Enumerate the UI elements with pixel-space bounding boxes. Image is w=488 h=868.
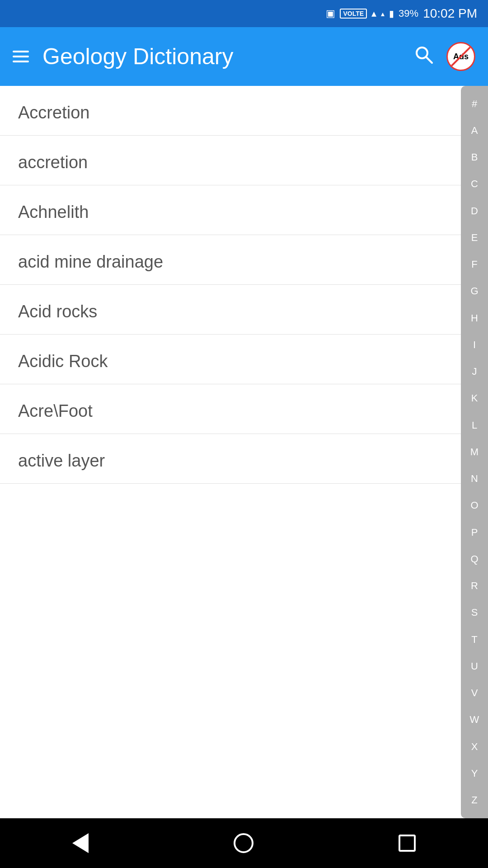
menu-line-3 — [13, 61, 29, 62]
list-item[interactable]: Acidic Rock — [0, 335, 461, 384]
alpha-letter-r[interactable]: R — [471, 581, 478, 591]
list-item[interactable]: Accretion — [0, 86, 461, 136]
list-item-text: accretion — [18, 153, 88, 172]
app-title: Geology Dictionary — [42, 43, 400, 70]
alpha-letter-#[interactable]: # — [472, 99, 477, 109]
alpha-letter-x[interactable]: X — [471, 742, 478, 752]
list-item-text: Achnelith — [18, 203, 89, 222]
menu-line-2 — [13, 56, 29, 57]
alpha-letter-b[interactable]: B — [471, 152, 478, 162]
alpha-letter-z[interactable]: Z — [471, 795, 477, 805]
list-item[interactable]: active layer — [0, 434, 461, 484]
alpha-letter-a[interactable]: A — [471, 126, 478, 136]
list-item-text: Acid rocks — [18, 302, 97, 321]
alpha-letter-l[interactable]: L — [472, 420, 477, 430]
alpha-letter-t[interactable]: T — [471, 635, 477, 645]
ads-block-icon[interactable]: Ads — [446, 42, 475, 71]
list-item-text: Accretion — [18, 103, 89, 122]
recent-button[interactable] — [399, 835, 416, 852]
alpha-letter-k[interactable]: K — [471, 393, 478, 403]
status-bar: ▣ VOLTE ▴ ▴ ▮ 39% 10:02 PM — [0, 0, 488, 27]
svg-line-1 — [426, 57, 432, 63]
status-icons: ▣ VOLTE ▴ ▴ ▮ 39% 10:02 PM — [326, 6, 477, 21]
alpha-letter-h[interactable]: H — [471, 313, 478, 323]
ads-cross-line — [449, 44, 473, 69]
back-icon — [72, 833, 89, 853]
alpha-letter-i[interactable]: I — [473, 340, 476, 350]
signal-icon-2: ▴ — [381, 9, 385, 18]
alphabet-scroll[interactable]: #ABCDEFGHIJKLMNOPQRSTUVWXYZ — [461, 86, 488, 818]
alpha-letter-c[interactable]: C — [471, 179, 478, 189]
alpha-letter-d[interactable]: D — [471, 206, 478, 216]
phone-icon: ▣ — [326, 8, 335, 19]
menu-line-1 — [13, 51, 29, 52]
signal-icon-1: ▴ — [371, 8, 376, 19]
alpha-letter-o[interactable]: O — [470, 500, 478, 510]
content-area: AccretionaccretionAchnelithacid mine dra… — [0, 86, 488, 818]
recent-icon — [399, 835, 416, 852]
alpha-letter-g[interactable]: G — [470, 286, 478, 296]
alpha-letter-j[interactable]: J — [472, 367, 477, 377]
alpha-letter-q[interactable]: Q — [470, 554, 478, 564]
status-time: 10:02 PM — [423, 6, 477, 21]
alpha-letter-e[interactable]: E — [471, 233, 478, 243]
list-item[interactable]: Achnelith — [0, 185, 461, 235]
dictionary-list: AccretionaccretionAchnelithacid mine dra… — [0, 86, 461, 818]
home-button[interactable] — [234, 833, 253, 853]
alpha-letter-u[interactable]: U — [471, 661, 478, 671]
list-item[interactable]: Acid rocks — [0, 285, 461, 335]
back-button[interactable] — [72, 833, 89, 853]
bottom-nav — [0, 818, 488, 868]
list-item-text: active layer — [18, 451, 105, 470]
battery-percent: 39% — [399, 8, 418, 19]
alpha-letter-s[interactable]: S — [471, 608, 478, 618]
list-item[interactable]: acid mine drainage — [0, 235, 461, 285]
alpha-letter-m[interactable]: M — [470, 447, 479, 457]
menu-button[interactable] — [13, 51, 29, 62]
battery-icon: ▮ — [389, 8, 394, 19]
list-item[interactable]: Acre\Foot — [0, 384, 461, 434]
app-bar: Geology Dictionary Ads — [0, 27, 488, 86]
list-item-text: Acre\Foot — [18, 401, 93, 420]
alpha-letter-y[interactable]: Y — [471, 769, 478, 778]
list-item[interactable]: accretion — [0, 136, 461, 185]
volte-badge: VOLTE — [340, 9, 367, 19]
alpha-letter-v[interactable]: V — [471, 688, 478, 698]
alpha-letter-w[interactable]: W — [470, 715, 479, 725]
list-item-text: Acidic Rock — [18, 352, 108, 371]
home-icon — [234, 833, 253, 853]
alpha-letter-p[interactable]: P — [471, 528, 478, 538]
alpha-letter-n[interactable]: N — [471, 474, 478, 484]
list-item-text: acid mine drainage — [18, 252, 163, 271]
search-icon[interactable] — [414, 45, 433, 68]
alpha-letter-f[interactable]: F — [471, 259, 477, 269]
